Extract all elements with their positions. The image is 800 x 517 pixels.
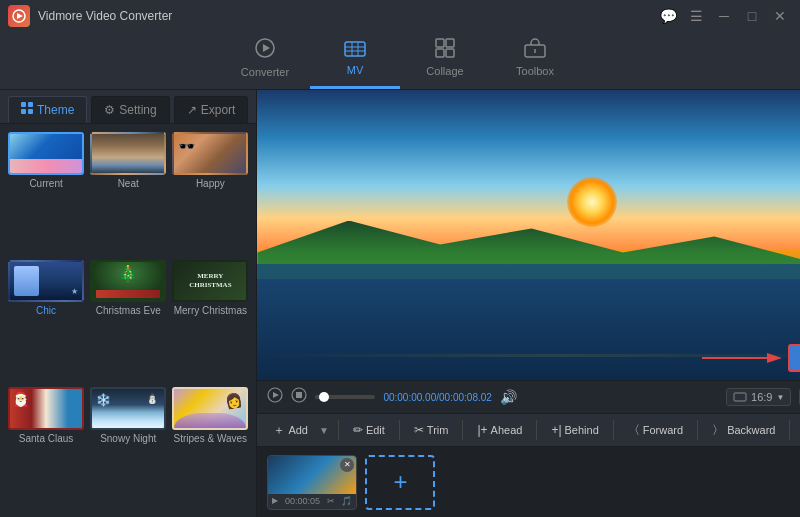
collage-icon	[435, 38, 455, 63]
theme-thumb-neat[interactable]	[90, 132, 166, 175]
theme-thumb-chic[interactable]: ★	[8, 260, 84, 303]
theme-thumb-santa-claus[interactable]: 🎅	[8, 387, 84, 430]
add-btn-wrapper: ＋ Add ▼	[265, 418, 331, 443]
empty-button[interactable]: 🗑 Empty	[796, 419, 800, 441]
divider-5	[613, 420, 614, 440]
nav-tab-mv[interactable]: MV	[310, 33, 400, 89]
theme-label-happy: Happy	[196, 178, 225, 189]
right-panel: Export	[257, 90, 800, 517]
add-dropdown-icon[interactable]: ▼	[316, 422, 332, 439]
export-arrow-icon: ↗	[187, 103, 197, 117]
sub-tab-theme[interactable]: Theme	[8, 96, 87, 123]
aspect-dropdown-icon: ▼	[776, 393, 784, 402]
theme-label-neat: Neat	[118, 178, 139, 189]
theme-item-happy[interactable]: 🕶️ Happy	[172, 132, 248, 254]
export-overlay: Export	[702, 344, 800, 372]
nav-tab-toolbox[interactable]: Toolbox	[490, 33, 580, 89]
play-button[interactable]	[267, 387, 283, 407]
theme-label-christmas-eve: Christmas Eve	[96, 305, 161, 316]
theme-item-christmas-eve[interactable]: 🎄 Christmas Eve	[90, 260, 166, 382]
forward-icon: 〈	[628, 422, 640, 439]
app-logo	[8, 5, 30, 27]
progress-indicator	[319, 392, 329, 402]
backward-icon: 〉	[712, 422, 724, 439]
nav-tab-collage[interactable]: Collage	[400, 33, 490, 89]
nav-tab-toolbox-label: Toolbox	[516, 65, 554, 77]
theme-thumb-stripes-waves[interactable]: 👩	[172, 387, 248, 430]
svg-rect-10	[446, 39, 454, 47]
progress-bar[interactable]	[315, 395, 375, 399]
theme-thumb-happy[interactable]: 🕶️	[172, 132, 248, 175]
sub-tab-export-label: Export	[201, 103, 236, 117]
edit-button[interactable]: ✏ Edit	[345, 419, 393, 441]
timeline-item-remove[interactable]: ✕	[340, 458, 354, 472]
behind-button[interactable]: +| Behind	[543, 419, 606, 441]
divider-6	[697, 420, 698, 440]
menu-btn[interactable]: ☰	[684, 4, 708, 28]
ahead-icon: |+	[477, 423, 487, 437]
volume-icon[interactable]: 🔊	[500, 389, 517, 405]
theme-item-stripes-waves[interactable]: 👩 Stripes & Waves	[172, 387, 248, 509]
divider-1	[338, 420, 339, 440]
theme-grid-icon	[21, 102, 33, 117]
theme-thumb-merry-christmas[interactable]: MERRYCHRISTMAS	[172, 260, 248, 303]
converter-icon	[254, 37, 276, 64]
main-content: Theme ⚙ Setting ↗ Export ✓ Current	[0, 90, 800, 517]
minimize-btn[interactable]: ─	[712, 4, 736, 28]
theme-thumb-snowy-night[interactable]: ❄️ ⛄	[90, 387, 166, 430]
close-btn[interactable]: ✕	[768, 4, 792, 28]
app-title-text: Vidmore Video Converter	[38, 9, 654, 23]
video-controls: 00:00:00.00/00:00:08.02 🔊 16:9 ▼ 1/2	[257, 380, 800, 413]
svg-rect-24	[296, 392, 302, 398]
format-controls: 16:9 ▼ 1/2 ▼	[726, 388, 800, 406]
maximize-btn[interactable]: □	[740, 4, 764, 28]
time-display: 00:00:00.00/00:00:08.02	[383, 392, 491, 403]
svg-rect-15	[21, 102, 26, 107]
svg-rect-12	[446, 49, 454, 57]
timeline-add-button[interactable]: +	[365, 455, 435, 510]
forward-button[interactable]: 〈 Forward	[620, 418, 691, 443]
svg-marker-22	[273, 392, 279, 398]
title-bar: Vidmore Video Converter 💬 ☰ ─ □ ✕	[0, 0, 800, 32]
theme-item-chic[interactable]: ★ Chic	[8, 260, 84, 382]
message-btn[interactable]: 💬	[656, 4, 680, 28]
backward-button[interactable]: 〉 Backward	[704, 418, 783, 443]
trim-icon: ✂	[414, 423, 424, 437]
theme-label-stripes-waves: Stripes & Waves	[174, 433, 248, 444]
svg-rect-9	[436, 39, 444, 47]
theme-item-neat[interactable]: Neat	[90, 132, 166, 254]
export-button[interactable]: Export	[788, 344, 800, 372]
left-panel: Theme ⚙ Setting ↗ Export ✓ Current	[0, 90, 257, 517]
sub-tab-setting[interactable]: ⚙ Setting	[91, 96, 169, 123]
divider-2	[399, 420, 400, 440]
theme-item-current[interactable]: ✓ Current	[8, 132, 84, 254]
sub-tabs: Theme ⚙ Setting ↗ Export	[0, 90, 256, 124]
trim-button[interactable]: ✂ Trim	[406, 419, 457, 441]
video-preview: Export	[257, 90, 800, 380]
timeline-item[interactable]: ▶ 00:00:05 ✂ 🎵 ✕	[267, 455, 357, 510]
timeline: ▶ 00:00:05 ✂ 🎵 ✕ + 1 / 1	[257, 447, 800, 517]
ahead-button[interactable]: |+ Ahead	[469, 419, 530, 441]
theme-item-snowy-night[interactable]: ❄️ ⛄ Snowy Night	[90, 387, 166, 509]
setting-gear-icon: ⚙	[104, 103, 115, 117]
playback-controls: 00:00:00.00/00:00:08.02 🔊	[267, 387, 516, 407]
theme-item-merry-christmas[interactable]: MERRYCHRISTMAS Merry Christmas	[172, 260, 248, 382]
divider-7	[789, 420, 790, 440]
theme-label-snowy-night: Snowy Night	[100, 433, 156, 444]
stop-button[interactable]	[291, 387, 307, 407]
nav-tab-converter[interactable]: Converter	[220, 33, 310, 89]
theme-thumb-current[interactable]: ✓	[8, 132, 84, 175]
theme-label-chic: Chic	[36, 305, 56, 316]
theme-grid: ✓ Current Neat 🕶️ Happy	[0, 124, 256, 517]
theme-item-santa-claus[interactable]: 🎅 Santa Claus	[8, 387, 84, 509]
nav-bar: Converter MV Collage	[0, 32, 800, 90]
theme-thumb-christmas-eve[interactable]: 🎄	[90, 260, 166, 303]
video-background	[257, 90, 800, 380]
sub-tab-theme-label: Theme	[37, 103, 74, 117]
svg-rect-25	[734, 393, 746, 401]
sub-tab-export[interactable]: ↗ Export	[174, 96, 249, 123]
aspect-ratio-select[interactable]: 16:9 ▼	[726, 388, 791, 406]
mv-icon	[344, 39, 366, 62]
add-button[interactable]: ＋ Add	[265, 418, 316, 443]
svg-rect-18	[28, 109, 33, 114]
